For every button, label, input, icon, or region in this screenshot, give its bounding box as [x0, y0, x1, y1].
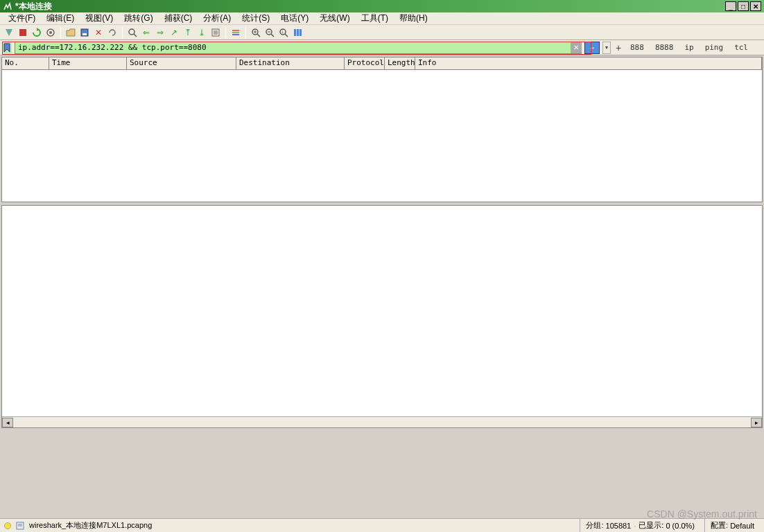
status-profile-section[interactable]: 配置: Default: [704, 519, 760, 532]
svg-rect-9: [232, 32, 239, 33]
status-profile-label: 配置:: [711, 520, 728, 531]
zoom-out-icon[interactable]: [263, 26, 276, 39]
zoom-100-icon[interactable]: 1: [277, 26, 290, 39]
svg-rect-8: [232, 30, 239, 31]
go-forward-icon[interactable]: ⇒: [154, 26, 166, 39]
stop-capture-icon[interactable]: [17, 26, 29, 39]
window-title: *本地连接: [15, 1, 52, 12]
svg-rect-4: [83, 33, 87, 35]
packet-detail-body[interactable]: [2, 206, 762, 416]
status-packets-count: 105881: [606, 522, 632, 530]
app-icon: [3, 1, 12, 11]
status-packets-label: 分组:: [586, 520, 603, 531]
packet-list-body[interactable]: [2, 70, 762, 202]
status-file-name: wireshark_本地连接M7LXL1.pcapng: [29, 520, 152, 531]
col-length[interactable]: Length: [385, 57, 415, 70]
go-first-icon[interactable]: ⤒: [182, 26, 194, 39]
svg-line-12: [257, 34, 260, 37]
svg-rect-22: [297, 29, 299, 36]
find-packet-icon[interactable]: [126, 26, 139, 39]
status-bar: wireshark_本地连接M7LXL1.pcapng 分组: 105881 ·…: [0, 518, 764, 532]
col-destination[interactable]: Destination: [236, 57, 345, 70]
reload-file-icon[interactable]: [106, 26, 119, 39]
menu-analyze[interactable]: 分析(A): [198, 12, 236, 24]
menu-capture[interactable]: 捕获(C): [159, 12, 198, 24]
title-bar: *本地连接 _ □ ✕: [0, 0, 764, 12]
display-filter-input[interactable]: [15, 42, 582, 54]
col-protocol[interactable]: Protocol: [345, 57, 385, 70]
packet-detail-pane: ◂ ▸: [1, 205, 763, 428]
filter-bookmark-icon[interactable]: [2, 42, 12, 54]
svg-rect-0: [19, 29, 26, 36]
menu-bar: 文件(F) 编辑(E) 视图(V) 跳转(G) 捕获(C) 分析(A) 统计(S…: [0, 12, 764, 25]
status-packets-section: 分组: 105881 · 已显示: 0 (0.0%): [580, 519, 700, 532]
status-sep: ·: [634, 522, 636, 530]
menu-edit[interactable]: 编辑(E): [41, 12, 80, 24]
go-last-icon[interactable]: ⤓: [196, 26, 208, 39]
svg-line-6: [134, 34, 137, 37]
main-toolbar: ✕ ⇐ ⇒ ↗ ⤒ ⤓ 1: [0, 25, 764, 40]
packet-list-header: No. Time Source Destination Protocol Len…: [2, 57, 762, 70]
zoom-in-icon[interactable]: [250, 26, 262, 39]
menu-file[interactable]: 文件(F): [3, 12, 41, 24]
svg-point-2: [49, 31, 52, 34]
go-back-icon[interactable]: ⇐: [140, 26, 153, 39]
quick-filter-tcl[interactable]: tcl: [730, 42, 752, 53]
svg-point-5: [129, 29, 134, 35]
quick-filter-8888[interactable]: 8888: [651, 42, 678, 53]
menu-statistics[interactable]: 统计(S): [236, 12, 275, 24]
col-time[interactable]: Time: [49, 57, 127, 70]
resize-columns-icon[interactable]: [291, 26, 304, 39]
maximize-button[interactable]: □: [738, 1, 749, 11]
status-profile-value: Default: [730, 522, 754, 530]
filter-toolbar: ✕ → ▾ + 888 8888 ip ping tcl: [0, 40, 764, 55]
close-button[interactable]: ✕: [750, 1, 761, 11]
bottom-pane-area: [0, 429, 764, 518]
menu-go[interactable]: 跳转(G): [119, 12, 158, 24]
col-no[interactable]: No.: [2, 57, 49, 70]
filter-dropdown-icon[interactable]: ▾: [602, 42, 611, 54]
quick-filter-ping[interactable]: ping: [701, 42, 728, 53]
save-file-icon[interactable]: [78, 26, 91, 39]
capture-options-icon[interactable]: [44, 26, 57, 39]
capture-file-properties-icon[interactable]: [15, 521, 25, 531]
menu-telephony[interactable]: 电话(Y): [275, 12, 314, 24]
clear-filter-icon[interactable]: ✕: [571, 42, 582, 53]
window-controls: _ □ ✕: [724, 1, 761, 11]
open-file-icon[interactable]: [64, 26, 77, 39]
col-source[interactable]: Source: [127, 57, 236, 70]
svg-rect-10: [232, 34, 239, 35]
expert-info-led-icon[interactable]: [4, 522, 11, 529]
start-capture-icon[interactable]: [3, 26, 15, 39]
close-file-icon[interactable]: ✕: [92, 26, 105, 39]
apply-filter-icon[interactable]: →: [584, 42, 600, 54]
status-displayed-label: 已显示:: [639, 520, 663, 531]
horizontal-scrollbar[interactable]: ◂ ▸: [2, 416, 762, 427]
restart-capture-icon[interactable]: [31, 26, 43, 39]
col-info[interactable]: Info: [415, 57, 762, 70]
scroll-left-icon[interactable]: ◂: [2, 418, 13, 427]
go-to-packet-icon[interactable]: ↗: [168, 26, 180, 39]
minimize-button[interactable]: _: [725, 1, 736, 11]
menu-wireless[interactable]: 无线(W): [314, 12, 355, 24]
svg-rect-21: [294, 29, 296, 36]
quick-filter-ip[interactable]: ip: [680, 42, 697, 53]
scroll-right-icon[interactable]: ▸: [751, 418, 762, 427]
packet-list-pane: No. Time Source Destination Protocol Len…: [1, 57, 763, 202]
svg-line-16: [271, 34, 274, 37]
svg-rect-23: [299, 29, 302, 36]
menu-view[interactable]: 视图(V): [80, 12, 119, 24]
svg-text:1: 1: [281, 30, 284, 34]
menu-tools[interactable]: 工具(T): [356, 12, 394, 24]
status-displayed-count: 0 (0.0%): [666, 522, 695, 530]
auto-scroll-icon[interactable]: [209, 26, 222, 39]
add-filter-button-icon[interactable]: +: [614, 42, 623, 54]
quick-filter-888[interactable]: 888: [626, 42, 648, 53]
svg-line-19: [285, 34, 288, 37]
menu-help[interactable]: 帮助(H): [394, 12, 433, 24]
colorize-icon[interactable]: [229, 26, 242, 39]
